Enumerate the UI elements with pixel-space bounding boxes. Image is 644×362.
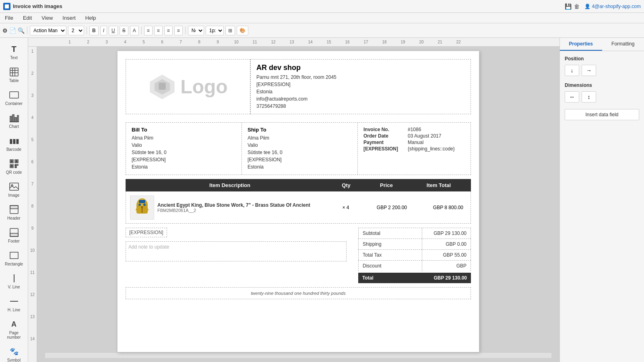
sidebar-item-footer-label: Footer bbox=[8, 239, 20, 243]
bill-to-country: Estonia bbox=[132, 163, 236, 171]
svg-point-38 bbox=[138, 204, 141, 206]
new-doc-icon[interactable]: 📄 bbox=[9, 27, 16, 34]
address-section: Bill To Alma Piim Valio Sütiste tee 16, … bbox=[126, 122, 471, 175]
dimensions-horiz-button[interactable]: ↔ bbox=[565, 91, 579, 103]
style-select[interactable]: Non bbox=[188, 26, 204, 35]
svg-rect-17 bbox=[11, 165, 12, 167]
ruler-v6: 6 bbox=[28, 159, 37, 181]
item-qty: × 4 bbox=[330, 205, 362, 210]
sidebar-item-container-label: Container bbox=[5, 101, 23, 106]
font-size-select[interactable]: 2 bbox=[68, 26, 84, 35]
vline-icon bbox=[8, 273, 20, 284]
align-right-button[interactable]: ≡ bbox=[164, 26, 173, 35]
discount-label: Discount bbox=[359, 261, 422, 271]
ruler-n7: 7 bbox=[171, 40, 190, 44]
rectangle-icon bbox=[8, 250, 20, 261]
ruler-n11: 11 bbox=[246, 40, 264, 44]
note-input[interactable]: Add note to update bbox=[126, 241, 347, 261]
sidebar-item-rectangle[interactable]: Rectangle bbox=[2, 247, 27, 269]
svg-rect-6 bbox=[10, 92, 19, 98]
sidebar-item-vline[interactable]: V. Line bbox=[2, 270, 27, 292]
app-icon bbox=[3, 3, 10, 10]
ruler-v9: 9 bbox=[28, 225, 37, 247]
border-select[interactable]: 1px bbox=[206, 26, 224, 35]
horizontal-scrollbar[interactable] bbox=[45, 352, 551, 358]
invoice-header: Logo AR dev shop Parnu mnt 271, 20th flo… bbox=[126, 59, 471, 114]
insert-data-field-button[interactable]: Insert data field bbox=[565, 109, 639, 120]
position-down-button[interactable]: ↓ bbox=[565, 65, 579, 76]
image-icon bbox=[8, 181, 20, 192]
italic-button[interactable]: I bbox=[100, 26, 107, 35]
sidebar-item-container[interactable]: Container bbox=[2, 87, 27, 108]
notes-expression[interactable]: [EXPRESSION] bbox=[126, 228, 167, 237]
bold-button[interactable]: B bbox=[89, 26, 99, 35]
sidebar-item-footer[interactable]: Footer bbox=[2, 224, 27, 246]
amount-words-text: twenty-nine thousand one hundred thirty … bbox=[251, 291, 345, 296]
menu-file[interactable]: File bbox=[3, 14, 15, 22]
position-label: Position bbox=[565, 56, 639, 62]
sidebar-item-header-label: Header bbox=[7, 216, 21, 220]
header-icon bbox=[8, 204, 20, 215]
company-email: info@actualreports.com bbox=[256, 95, 465, 103]
font-color-button[interactable]: A bbox=[130, 26, 139, 35]
settings-icon[interactable]: ⚙ bbox=[2, 27, 8, 34]
dimensions-vert-button[interactable]: ↕ bbox=[582, 91, 596, 103]
sidebar-item-barcode[interactable]: ▮▮▮ Barcode bbox=[2, 133, 27, 154]
table-icon-button[interactable]: ⊞ bbox=[225, 26, 235, 35]
amount-words: twenty-nine thousand one hundred thirty … bbox=[126, 287, 471, 299]
strikethrough-button[interactable]: S bbox=[120, 26, 128, 35]
sidebar-item-qrcode[interactable]: QR code bbox=[2, 156, 27, 177]
meta-expr: [EXPRESSION] {shipping_lines::code} bbox=[363, 146, 465, 152]
item-image bbox=[130, 195, 154, 220]
color-picker-button[interactable]: 🎨 bbox=[237, 26, 248, 35]
subtotal-row: Subtotal GBP 29 130.00 bbox=[358, 228, 471, 239]
canvas-area-inner: 1 2 3 4 5 6 7 8 9 10 11 12 13 14 bbox=[28, 47, 559, 362]
sidebar-item-text[interactable]: T Text bbox=[2, 41, 27, 62]
sidebar-item-chart[interactable]: Chart bbox=[2, 110, 27, 131]
sidebar-item-symbol[interactable]: 🐾 Symbol bbox=[2, 343, 27, 362]
menu-view[interactable]: View bbox=[40, 14, 54, 22]
svg-rect-1 bbox=[10, 68, 18, 76]
ruler-n8: 8 bbox=[190, 40, 208, 44]
delete-icon[interactable]: 🗑 bbox=[574, 3, 580, 10]
discount-value: GBP bbox=[422, 261, 471, 271]
underline-button[interactable]: U bbox=[109, 26, 118, 35]
bill-to-name: Alma Piim bbox=[132, 134, 236, 142]
col-qty-header: Qty bbox=[330, 182, 362, 188]
tax-value: GBP 55.00 bbox=[422, 250, 471, 260]
svg-rect-15 bbox=[16, 160, 17, 162]
ruler-v11: 11 bbox=[28, 269, 37, 292]
sidebar-item-table[interactable]: Table bbox=[2, 64, 27, 85]
tab-properties[interactable]: Properties bbox=[560, 38, 602, 51]
search-icon[interactable]: 🔍 bbox=[18, 27, 25, 34]
sidebar-item-header[interactable]: Header bbox=[2, 202, 27, 223]
menu-help[interactable]: Help bbox=[84, 14, 98, 22]
shipping-value: GBP 0.00 bbox=[422, 239, 471, 249]
sidebar-item-image[interactable]: Image bbox=[2, 179, 27, 200]
align-center-button[interactable]: ≡ bbox=[154, 26, 163, 35]
align-left-button[interactable]: ≡ bbox=[144, 26, 153, 35]
sidebar-item-hline[interactable]: H. Line bbox=[2, 293, 27, 315]
sidebar-item-pagenumber[interactable]: A Page number bbox=[2, 316, 27, 342]
sidebar-item-qrcode-label: QR code bbox=[6, 170, 22, 175]
logo-area[interactable]: Logo bbox=[126, 59, 250, 114]
ruler-n9: 9 bbox=[208, 40, 227, 44]
sidebar-item-table-label: Table bbox=[9, 78, 19, 83]
ruler-v7: 7 bbox=[28, 181, 37, 203]
tab-formatting[interactable]: Formatting bbox=[602, 38, 644, 51]
save-icon[interactable]: 💾 bbox=[565, 3, 572, 10]
canvas-scroll[interactable]: Logo AR dev shop Parnu mnt 271, 20th flo… bbox=[37, 47, 559, 362]
font-family-select[interactable]: Action Man bbox=[30, 26, 66, 35]
content-area: 1 2 3 4 5 6 7 8 9 10 11 12 13 14 15 16 1… bbox=[28, 38, 559, 362]
menu-insert[interactable]: Insert bbox=[61, 14, 77, 22]
justify-button[interactable]: ≡ bbox=[174, 26, 183, 35]
menu-edit[interactable]: Edit bbox=[21, 14, 33, 22]
ruler-v10: 10 bbox=[28, 247, 37, 269]
table-row: Ancient Egypt King, Blue Stone Work, 7" … bbox=[126, 191, 471, 224]
ruler-n10: 10 bbox=[227, 40, 246, 44]
col-total-header: Item Total bbox=[411, 182, 467, 188]
sep2 bbox=[87, 27, 87, 35]
position-right-button[interactable]: → bbox=[582, 65, 596, 76]
qrcode-icon bbox=[8, 158, 20, 169]
expr-val: {shipping_lines::code} bbox=[408, 146, 465, 152]
